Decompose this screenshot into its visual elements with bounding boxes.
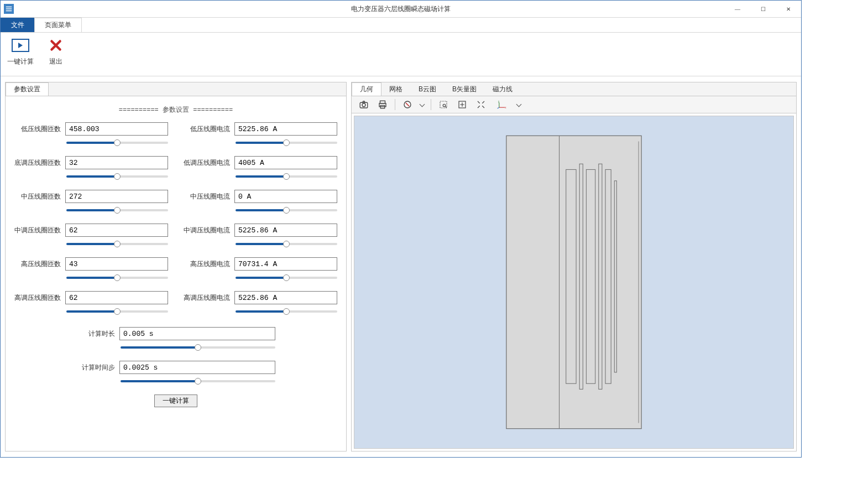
param-input[interactable]: [234, 122, 337, 136]
viz-toolbar: yx: [352, 96, 796, 113]
exit-tool[interactable]: 退出: [43, 36, 69, 74]
param-input[interactable]: [234, 190, 337, 203]
param-input[interactable]: [65, 257, 168, 271]
camera-icon[interactable]: [356, 97, 372, 112]
expand-icon[interactable]: [473, 97, 489, 112]
axes-gizmo-icon[interactable]: yx: [492, 97, 512, 112]
param-input[interactable]: [234, 291, 337, 304]
param-slider[interactable]: [121, 344, 275, 351]
viz-tab[interactable]: 磁力线: [485, 82, 521, 96]
window-controls: — ☐ ✕: [725, 1, 801, 17]
param-input[interactable]: [65, 122, 168, 136]
calc-tool-label: 一键计算: [7, 57, 34, 66]
param-slider[interactable]: [121, 377, 275, 385]
toolbar-separator: [431, 99, 431, 110]
param-input[interactable]: [234, 257, 337, 271]
param-row: 中压线圈电流: [184, 190, 337, 216]
param-slider[interactable]: [236, 206, 337, 214]
svg-rect-2: [380, 101, 385, 103]
param-label: 中压线圈匝数: [14, 192, 61, 201]
param-slider[interactable]: [236, 274, 337, 282]
close-button[interactable]: ✕: [776, 1, 801, 17]
param-label: 计算时间步: [76, 363, 115, 372]
calc-button[interactable]: 一键计算: [154, 395, 197, 407]
param-label: 中压线圈电流: [184, 192, 230, 201]
viz-tab[interactable]: B云图: [411, 82, 445, 96]
app-icon: [4, 4, 14, 14]
exit-tool-label: 退出: [49, 57, 62, 66]
params-body: ========== 参数设置 ========== 低压线圈匝数低压线圈电流底…: [6, 96, 346, 451]
dropdown-chevron-icon[interactable]: [419, 101, 426, 108]
param-input[interactable]: [65, 190, 168, 203]
param-label: 低调压线圈电流: [184, 158, 230, 168]
dropdown-chevron-icon[interactable]: [515, 101, 523, 108]
param-input[interactable]: [119, 361, 275, 374]
menu-page[interactable]: 页面菜单: [34, 18, 82, 32]
param-slider[interactable]: [236, 240, 337, 248]
menu-file[interactable]: 文件: [1, 18, 35, 32]
params-form-grid: 低压线圈匝数低压线圈电流底调压线圈匝数低调压线圈电流中压线圈匝数中压线圈电流中调…: [11, 122, 341, 317]
close-x-icon: [46, 36, 65, 55]
param-input[interactable]: [234, 224, 337, 237]
param-label: 底调压线圈匝数: [14, 158, 61, 168]
toolbar-separator: [395, 99, 395, 110]
param-label: 中调压线圈匝数: [14, 226, 61, 235]
param-slider[interactable]: [66, 206, 168, 214]
param-row: 低压线圈电流: [184, 122, 337, 148]
workspace: 参数设置 ========== 参数设置 ========== 低压线圈匝数低压…: [1, 76, 801, 457]
param-slider[interactable]: [66, 308, 168, 315]
param-row: 中调压线圈匝数: [14, 224, 168, 250]
ribbon-group: 一键计算 退出: [1, 33, 76, 76]
param-row: 底调压线圈匝数: [14, 156, 168, 182]
minimize-button[interactable]: —: [725, 1, 750, 17]
param-input[interactable]: [234, 156, 337, 169]
param-row: 计算时间步: [76, 361, 275, 387]
param-row: 中压线圈匝数: [14, 190, 168, 216]
play-icon: [11, 36, 30, 55]
param-slider[interactable]: [66, 274, 168, 282]
param-label: 低压线圈匝数: [14, 124, 61, 134]
menubar: 文件 页面菜单: [1, 18, 801, 33]
print-icon[interactable]: [375, 97, 390, 112]
param-label: 高调压线圈匝数: [14, 293, 61, 303]
param-slider[interactable]: [236, 173, 337, 180]
param-input[interactable]: [65, 291, 168, 304]
param-row: 高压线圈电流: [184, 257, 337, 283]
param-row: 中调压线圈电流: [184, 224, 337, 250]
param-input[interactable]: [65, 224, 168, 237]
param-slider[interactable]: [66, 240, 168, 248]
reset-icon[interactable]: [400, 97, 415, 112]
fit-view-icon[interactable]: [454, 97, 470, 112]
params-panel: 参数设置 ========== 参数设置 ========== 低压线圈匝数低压…: [5, 82, 347, 452]
param-row: 高调压线圈电流: [184, 291, 337, 317]
param-row: 低压线圈匝数: [14, 122, 168, 148]
svg-point-7: [443, 104, 446, 107]
param-input[interactable]: [119, 327, 275, 340]
param-slider[interactable]: [66, 139, 168, 147]
viz-tab[interactable]: B矢量图: [445, 82, 485, 96]
param-row: 计算时长: [76, 327, 275, 353]
svg-text:x: x: [505, 106, 506, 109]
param-label: 高压线圈电流: [184, 260, 230, 269]
titlebar: 电力变压器六层线圈瞬态磁场计算 — ☐ ✕: [1, 1, 801, 18]
viz-tab[interactable]: 几何: [352, 82, 381, 96]
section-title: ========== 参数设置 ==========: [11, 105, 341, 115]
viz-body: yx: [352, 96, 796, 451]
viz-canvas[interactable]: y z x: [354, 116, 794, 449]
param-slider[interactable]: [66, 173, 168, 180]
zoom-area-icon[interactable]: [436, 97, 451, 112]
param-slider[interactable]: [236, 308, 337, 315]
viz-tab[interactable]: 网格: [381, 82, 411, 96]
tab-params[interactable]: 参数设置: [6, 82, 49, 96]
param-label: 低压线圈电流: [184, 124, 230, 134]
viz-tabs: 几何网格B云图B矢量图磁力线: [352, 82, 796, 96]
svg-text:y: y: [498, 100, 500, 103]
calc-tool[interactable]: 一键计算: [7, 36, 34, 74]
param-input[interactable]: [65, 156, 168, 169]
maximize-button[interactable]: ☐: [750, 1, 776, 17]
param-slider[interactable]: [236, 139, 337, 147]
ribbon-toolbar: 一键计算 退出: [1, 33, 801, 76]
param-label: 高压线圈匝数: [14, 260, 61, 269]
app-window: 电力变压器六层线圈瞬态磁场计算 — ☐ ✕ 文件 页面菜单 一键计算 退出: [0, 0, 802, 458]
window-title: 电力变压器六层线圈瞬态磁场计算: [1, 4, 801, 14]
